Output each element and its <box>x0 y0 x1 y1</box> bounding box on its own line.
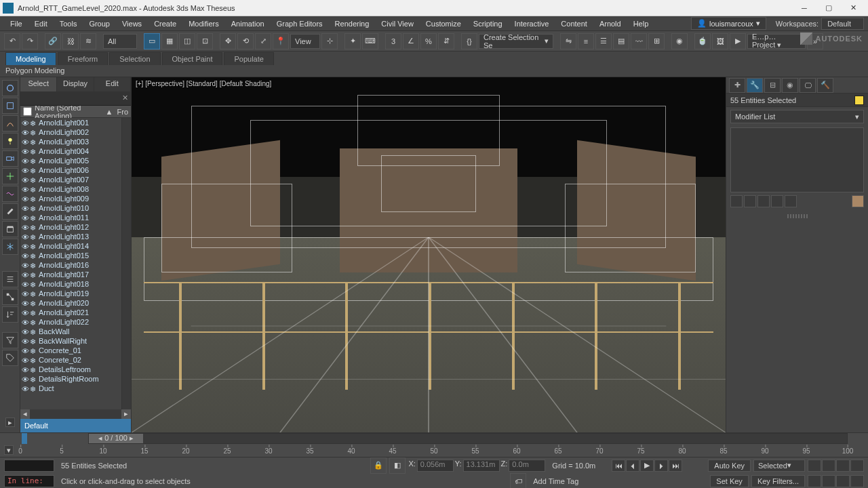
spinner-snap-button[interactable]: ⇵ <box>438 33 454 49</box>
toggle-ribbon-button[interactable]: ▤ <box>613 33 629 49</box>
object-color-swatch[interactable] <box>854 96 864 105</box>
freeze-icon[interactable]: ❄ <box>30 186 37 192</box>
scene-item[interactable]: 👁❄Concrete_02 <box>20 355 121 365</box>
menu-content[interactable]: Content <box>555 18 593 30</box>
hierarchy-view-button[interactable] <box>2 289 18 305</box>
configure-sets-button[interactable] <box>785 195 797 207</box>
scroll-left-button[interactable]: ◂ <box>20 409 30 419</box>
display-all-button[interactable] <box>2 80 18 96</box>
scene-item[interactable]: 👁❄ArnoldLight002 <box>20 127 121 137</box>
redo-button[interactable]: ↷ <box>22 33 38 49</box>
visibility-icon[interactable]: 👁 <box>22 186 28 192</box>
freeze-icon[interactable]: ❄ <box>30 309 37 316</box>
time-ruler[interactable]: 0510152025303540455055606570758085909510… <box>20 444 848 456</box>
visibility-icon[interactable]: 👁 <box>22 347 28 354</box>
display-frozen-button[interactable] <box>2 239 18 255</box>
scene-item[interactable]: 👁❄DetailsLeftroom <box>20 365 121 374</box>
user-account[interactable]: 👤 louismarcoux ▾ <box>691 17 766 30</box>
visibility-icon[interactable]: 👁 <box>22 319 28 325</box>
x-coord-input[interactable]: 0.056m <box>417 460 454 472</box>
schematic-view-button[interactable]: ⊞ <box>648 33 665 49</box>
scene-search[interactable]: ✕ <box>20 92 131 106</box>
scene-item[interactable]: 👁❄ArnoldLight004 <box>20 146 121 156</box>
ribbon-tab-modeling[interactable]: Modeling <box>5 52 56 65</box>
visibility-icon[interactable]: 👁 <box>22 357 28 363</box>
display-spacewarps-button[interactable] <box>2 186 18 202</box>
field-of-view-button[interactable] <box>836 475 850 487</box>
modifier-list-dropdown[interactable]: Modifier List▾ <box>730 110 864 123</box>
menu-help[interactable]: Help <box>627 18 655 30</box>
maxscript-input[interactable]: In line: <box>4 475 54 487</box>
make-unique-button[interactable] <box>757 195 770 207</box>
menu-rendering[interactable]: Rendering <box>329 18 376 30</box>
menu-group[interactable]: Group <box>83 18 116 30</box>
menu-views[interactable]: Views <box>116 18 148 30</box>
prev-frame-button[interactable]: ⏴ <box>626 460 639 472</box>
utilities-tab[interactable]: 🔨 <box>817 78 833 93</box>
display-helpers-button[interactable] <box>2 168 18 184</box>
menu-animation[interactable]: Animation <box>225 18 271 30</box>
modifier-sets-button[interactable] <box>852 195 864 207</box>
visibility-icon[interactable]: 👁 <box>22 157 28 164</box>
freeze-icon[interactable]: ❄ <box>30 233 37 240</box>
modify-tab[interactable]: 🔧 <box>747 78 763 93</box>
visibility-icon[interactable]: 👁 <box>22 290 28 297</box>
freeze-icon[interactable]: ❄ <box>30 167 37 174</box>
layer-explorer-button[interactable]: ☰ <box>595 33 612 49</box>
tag-button[interactable] <box>2 350 18 366</box>
menu-interactive[interactable]: Interactive <box>509 18 555 30</box>
scale-button[interactable]: ⤢ <box>255 33 271 49</box>
zoom-extents-button[interactable] <box>808 475 821 487</box>
visibility-icon[interactable]: 👁 <box>22 338 28 344</box>
scene-list[interactable]: 👁❄ArnoldLight001👁❄ArnoldLight002👁❄Arnold… <box>20 118 121 409</box>
viewport-label[interactable]: [+] [Perspective] [Standard] [Default Sh… <box>136 80 271 87</box>
bind-button[interactable]: ≋ <box>80 33 96 49</box>
scene-item[interactable]: 👁❄Concrete_01 <box>20 346 121 355</box>
freeze-icon[interactable]: ❄ <box>30 300 37 306</box>
freeze-icon[interactable]: ❄ <box>30 319 37 325</box>
add-time-tag[interactable]: Add Time Tag <box>529 475 583 487</box>
scene-item[interactable]: 👁❄ArnoldLight021 <box>20 308 121 317</box>
key-filter-selected[interactable]: Selected ▾ <box>753 460 805 472</box>
scene-item[interactable]: 👁❄ArnoldLight008 <box>20 184 121 194</box>
menu-create[interactable]: Create <box>148 18 182 30</box>
zoom-all-button[interactable] <box>822 475 835 487</box>
minimize-button[interactable]: ─ <box>792 1 816 16</box>
freeze-icon[interactable]: ❄ <box>30 243 37 249</box>
key-filters-button[interactable]: Key Filters... <box>751 475 805 487</box>
undo-button[interactable]: ↶ <box>4 33 20 49</box>
hierarchy-tab[interactable]: ⊟ <box>764 78 781 93</box>
selection-filter[interactable]: All <box>103 34 137 49</box>
freeze-icon[interactable]: ❄ <box>30 119 37 126</box>
expand-track-bar-button[interactable]: ▸ <box>5 418 15 427</box>
freeze-icon[interactable]: ❄ <box>30 328 37 335</box>
freeze-icon[interactable]: ❄ <box>30 138 37 145</box>
visibility-icon[interactable]: 👁 <box>22 375 28 382</box>
remove-modifier-button[interactable] <box>771 195 783 207</box>
freeze-icon[interactable]: ❄ <box>30 271 37 278</box>
freeze-icon[interactable]: ❄ <box>30 205 37 211</box>
render-frame-button[interactable]: 🖼 <box>712 33 728 49</box>
rotate-button[interactable]: ⟲ <box>237 33 254 49</box>
modifier-stack[interactable] <box>730 127 864 192</box>
menu-customize[interactable]: Customize <box>420 18 467 30</box>
display-tab[interactable]: 🖵 <box>800 78 816 93</box>
scene-item[interactable]: 👁❄ArnoldLight006 <box>20 165 121 175</box>
min-max-toggle-button[interactable] <box>850 475 864 487</box>
ref-coord-system[interactable]: View <box>290 34 320 49</box>
scene-item[interactable]: 👁❄ArnoldLight015 <box>20 251 121 260</box>
menu-edit[interactable]: Edit <box>28 18 54 30</box>
scene-tab-select[interactable]: Select <box>20 77 57 92</box>
scene-item[interactable]: 👁❄ArnoldLight018 <box>20 279 121 289</box>
scene-h-scrollbar[interactable]: ◂ ▸ <box>20 409 131 419</box>
scene-item[interactable]: 👁❄ArnoldLight014 <box>20 241 121 251</box>
freeze-icon[interactable]: ❄ <box>30 366 37 373</box>
visibility-icon[interactable]: 👁 <box>22 138 28 145</box>
menu-scripting[interactable]: Scripting <box>467 18 509 30</box>
zoom-button[interactable] <box>822 460 835 472</box>
freeze-icon[interactable]: ❄ <box>30 338 37 344</box>
visibility-icon[interactable]: 👁 <box>22 233 28 240</box>
goto-start-button[interactable]: ⏮ <box>612 460 625 472</box>
freeze-icon[interactable]: ❄ <box>30 224 37 230</box>
visibility-icon[interactable]: 👁 <box>22 366 28 373</box>
